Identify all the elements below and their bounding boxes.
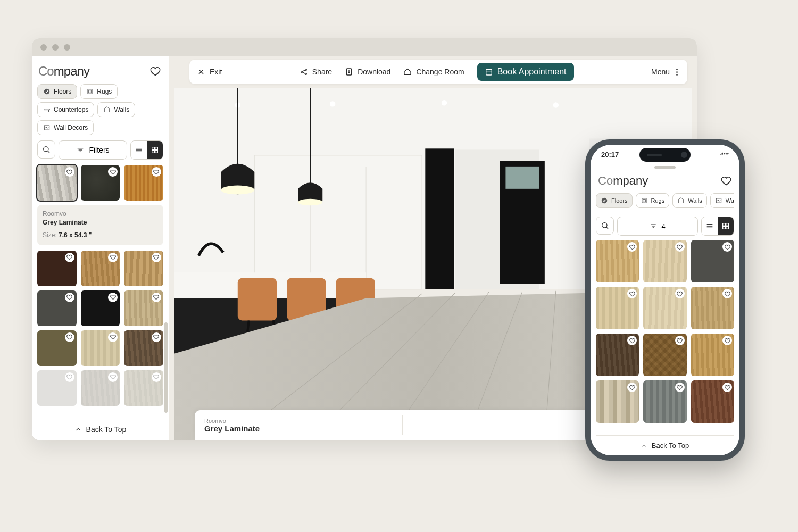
swatch-sw-oak-2[interactable]: [124, 251, 163, 286]
grid-view-button[interactable]: [147, 141, 163, 159]
download-button[interactable]: Download: [345, 68, 390, 76]
swatch-heart-icon[interactable]: [108, 293, 118, 302]
swatch-p1[interactable]: [596, 240, 639, 282]
swatch-sw-walnut[interactable]: [124, 330, 163, 366]
category-chip-floors[interactable]: Floors: [596, 193, 633, 208]
window-dot[interactable]: [52, 44, 59, 51]
swatch-heart-icon[interactable]: [65, 167, 74, 177]
swatch-p4[interactable]: [596, 287, 639, 329]
swatch-heart-icon[interactable]: [108, 167, 118, 177]
swatch-heart-icon[interactable]: [627, 242, 637, 252]
swatch-heart-icon[interactable]: [675, 336, 685, 345]
swatch-sw-chocolate[interactable]: [37, 251, 77, 286]
category-chip-walls[interactable]: Walls: [97, 102, 135, 117]
phone-favorites-icon[interactable]: [720, 175, 732, 187]
menu-label: Menu: [651, 68, 670, 76]
swatch-p10[interactable]: [596, 380, 639, 423]
window-dot[interactable]: [64, 44, 70, 51]
filters-button[interactable]: Filters: [59, 140, 127, 160]
swatch-sw-ash[interactable]: [124, 290, 163, 326]
category-chip-countertops[interactable]: Countertops: [37, 102, 94, 117]
brand-logo[interactable]: Company: [38, 64, 89, 79]
back-to-top-button[interactable]: Back To Top: [32, 418, 169, 440]
sidebar-scroll[interactable]: Company FloorsRugsCountertopsWallsWall D…: [32, 56, 169, 418]
swatch-heart-icon[interactable]: [627, 383, 637, 392]
category-chip-rugs[interactable]: Rugs: [636, 193, 670, 208]
swatch-heart-icon[interactable]: [722, 336, 732, 345]
favorites-icon[interactable]: [149, 65, 161, 77]
swatch-p2[interactable]: [643, 240, 686, 282]
swatch-heart-icon[interactable]: [152, 167, 161, 177]
swatch-heart-icon[interactable]: [65, 332, 74, 342]
swatch-heart-icon[interactable]: [152, 372, 161, 382]
category-chip-wall-decors[interactable]: Wall Decors: [37, 120, 94, 135]
category-chip-walls[interactable]: Walls: [672, 193, 706, 208]
swatch-heart-icon[interactable]: [152, 332, 161, 342]
swatch-p11[interactable]: [643, 380, 686, 423]
swatch-heart-icon[interactable]: [722, 383, 732, 392]
svg-rect-95: [723, 227, 726, 229]
exit-label: Exit: [210, 68, 222, 76]
swatch-heart-icon[interactable]: [65, 253, 74, 262]
swatch-sw-fade-2[interactable]: [81, 370, 120, 406]
phone-back-to-top-button[interactable]: Back To Top: [596, 435, 734, 455]
swatch-p3[interactable]: [691, 240, 734, 282]
swatch-heart-icon[interactable]: [108, 253, 118, 262]
swatch-sw-fade-1[interactable]: [37, 370, 77, 406]
phone-brand-logo[interactable]: Company: [598, 174, 648, 188]
swatch-heart-icon[interactable]: [627, 289, 637, 298]
swatch-sw-grey-laminate[interactable]: [37, 165, 77, 201]
swatch-heart-icon[interactable]: [722, 242, 732, 252]
chip-label: Floors: [611, 197, 628, 204]
swatch-heart-icon[interactable]: [675, 383, 685, 392]
phone-search-button[interactable]: [596, 217, 614, 235]
swatch-heart-icon[interactable]: [675, 242, 685, 252]
swatch-heart-icon[interactable]: [108, 372, 118, 382]
phone-filters-button[interactable]: 4: [617, 217, 698, 236]
swatch-heart-icon[interactable]: [65, 372, 74, 382]
swatch-heart-icon[interactable]: [152, 293, 161, 302]
share-button[interactable]: Share: [300, 68, 332, 76]
category-chip-wall-de[interactable]: Wall De: [710, 193, 734, 208]
phone-swatch-grid[interactable]: [596, 240, 734, 435]
swatch-sw-dark-moss[interactable]: [81, 165, 120, 201]
swatch-sw-bamboo[interactable]: [124, 165, 163, 201]
phone-grid-view-button[interactable]: [718, 217, 734, 235]
swatch-p8[interactable]: [643, 334, 686, 376]
exit-button[interactable]: Exit: [197, 68, 222, 76]
change-room-label: Change Room: [416, 68, 464, 76]
swatch-p7[interactable]: [596, 334, 639, 376]
swatch-sw-olive[interactable]: [37, 330, 77, 366]
swatch-heart-icon[interactable]: [627, 336, 637, 345]
menu-button[interactable]: Menu: [651, 68, 680, 76]
swatch-p12[interactable]: [691, 380, 734, 423]
book-appointment-button[interactable]: Book Appointment: [477, 63, 574, 81]
swatch-p9[interactable]: [691, 334, 734, 376]
divider: [402, 415, 403, 435]
phone-category-chips[interactable]: FloorsRugsWallsWall De: [596, 193, 734, 208]
swatch-p5[interactable]: [643, 287, 686, 329]
category-chip-floors[interactable]: Floors: [37, 84, 77, 99]
swatch-heart-icon[interactable]: [675, 289, 685, 298]
toolbar: Exit Share Download Change Room: [189, 60, 687, 84]
swatch-p6[interactable]: [691, 287, 734, 329]
swatch-heart-icon[interactable]: [108, 332, 118, 342]
search-button[interactable]: [37, 140, 55, 159]
swatch-sw-fade-3[interactable]: [124, 370, 163, 406]
picture-icon: [43, 124, 51, 131]
sheet-handle[interactable]: [654, 166, 676, 169]
swatch-sw-pale[interactable]: [81, 330, 120, 366]
swatch-sw-slate[interactable]: [37, 290, 77, 326]
list-view-button[interactable]: [131, 141, 147, 159]
swatch-sw-oak-1[interactable]: [81, 251, 120, 286]
change-room-button[interactable]: Change Room: [403, 68, 464, 76]
phone-list-view-button[interactable]: [702, 217, 718, 235]
swatch-heart-icon[interactable]: [65, 293, 74, 302]
svg-rect-1: [88, 89, 92, 94]
sidebar-scrollbar[interactable]: [164, 322, 168, 413]
category-chip-rugs[interactable]: Rugs: [80, 84, 118, 99]
swatch-sw-black[interactable]: [81, 290, 120, 326]
swatch-heart-icon[interactable]: [722, 289, 732, 298]
swatch-heart-icon[interactable]: [152, 253, 161, 262]
window-dot[interactable]: [40, 44, 47, 51]
